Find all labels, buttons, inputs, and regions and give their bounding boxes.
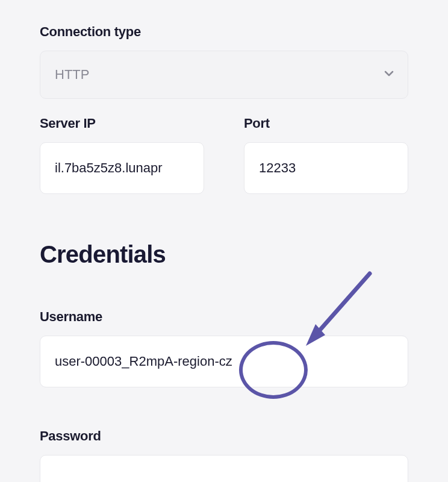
server-ip-input[interactable] — [40, 142, 204, 194]
server-ip-field: Server IP — [40, 116, 204, 194]
port-label: Port — [244, 116, 408, 131]
port-input[interactable] — [244, 142, 408, 194]
password-input[interactable] — [40, 455, 408, 482]
password-field: Password — [40, 428, 408, 482]
username-input[interactable] — [40, 336, 408, 387]
port-field: Port — [244, 116, 408, 194]
username-label: Username — [40, 309, 408, 325]
connection-type-label: Connection type — [40, 24, 408, 40]
server-ip-label: Server IP — [40, 116, 204, 131]
connection-type-select-wrap — [40, 51, 408, 99]
connection-type-field: Connection type — [40, 24, 408, 99]
username-field: Username — [40, 309, 408, 387]
password-label: Password — [40, 428, 408, 444]
connection-type-select[interactable] — [40, 51, 408, 99]
server-port-row: Server IP Port — [40, 116, 408, 194]
credentials-heading: Credentials — [40, 241, 408, 268]
